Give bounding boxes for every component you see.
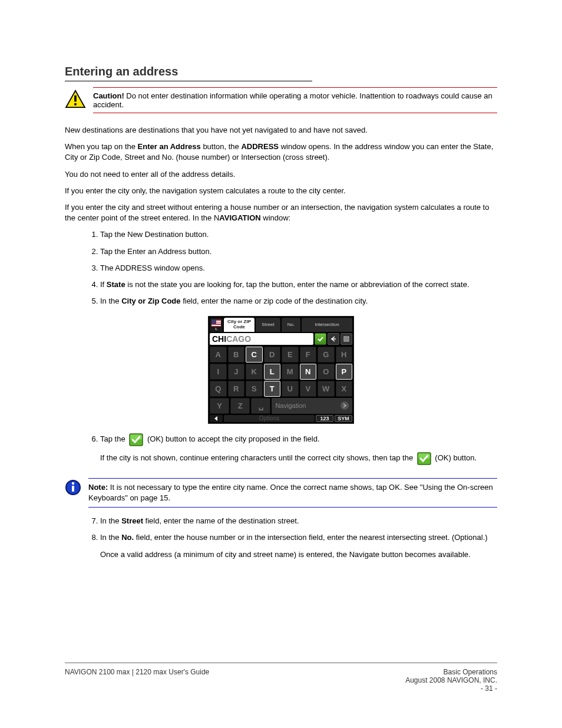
keyboard-grid: ABCDEFGHIJKLMNOPQRSTUVWX [210, 347, 352, 397]
key-N[interactable]: N [300, 364, 317, 380]
list-button[interactable] [340, 333, 352, 345]
step-6: Tap the (OK) button to accept the city p… [100, 433, 497, 446]
section-title: Entering an address [65, 65, 312, 81]
key-U[interactable]: U [282, 381, 299, 397]
key-Q[interactable]: Q [210, 381, 227, 397]
svg-rect-2 [74, 103, 77, 106]
key-P[interactable]: P [336, 364, 353, 380]
caution-body: Do not enter destination information whi… [93, 91, 492, 109]
key-H[interactable]: H [336, 347, 353, 363]
key-C[interactable]: C [246, 347, 263, 363]
key-Z[interactable]: Z [230, 398, 250, 414]
tab-number[interactable]: No. [282, 318, 300, 332]
flag-icon [211, 319, 221, 327]
tab-street[interactable]: Street [256, 318, 280, 332]
back-button[interactable] [210, 415, 223, 422]
key-K[interactable]: K [246, 364, 263, 380]
backspace-button[interactable] [328, 333, 339, 345]
key-R[interactable]: R [228, 381, 245, 397]
note-box: Note: It is not necessary to type the en… [65, 478, 497, 508]
tab-intersection[interactable]: Intersection [302, 318, 352, 332]
tab-city[interactable]: City or ZIP Code [224, 318, 254, 332]
key-F[interactable]: F [300, 347, 317, 363]
key-S[interactable]: S [246, 381, 263, 397]
key-X[interactable]: X [336, 381, 353, 397]
svg-rect-12 [72, 486, 74, 492]
suggest-text: CAGO [226, 334, 251, 344]
caution-text: Caution! Do not enter destination inform… [93, 87, 497, 113]
key-Y[interactable]: Y [210, 398, 229, 414]
footer-right: Basic Operations August 2008 NAVIGON, IN… [405, 668, 497, 693]
steps-list-continued-2: In the Street field, enter the name of t… [100, 516, 497, 543]
step-1: Tap the New Destination button. [100, 229, 497, 240]
key-D[interactable]: D [264, 347, 281, 363]
step-2: Tap the Enter an Address button. [100, 246, 497, 257]
intro-paragraph-1: New destinations are destinations that y… [65, 125, 497, 136]
svg-rect-1 [74, 95, 77, 102]
key-T[interactable]: T [264, 381, 281, 397]
steps-list: Tap the New Destination button. Tap the … [100, 229, 497, 307]
intro-paragraph-2: When you tap on the Enter an Address but… [65, 141, 497, 163]
svg-point-13 [72, 482, 74, 485]
closing-paragraph: Once a valid address (a minimum of city … [100, 549, 497, 560]
caution-lead: Caution! [93, 91, 124, 100]
check-icon [417, 452, 431, 465]
intro-paragraph-3: You do not need to enter all of the addr… [65, 169, 497, 180]
note-text: Note: It is not necessary to type the en… [88, 478, 497, 508]
step-7: In the Street field, enter the name of t… [100, 516, 497, 526]
key-W[interactable]: W [318, 381, 335, 397]
key-B[interactable]: B [228, 347, 245, 363]
options-button[interactable]: Options [224, 415, 315, 422]
key-V[interactable]: V [300, 381, 317, 397]
symbol-button[interactable]: SYM [335, 415, 352, 422]
ok-button[interactable] [315, 333, 326, 345]
step-4: If State is not the state you are lookin… [100, 279, 497, 290]
footer-left: NAVIGON 2100 max | 2120 max User's Guide [65, 668, 209, 693]
step-8: In the No. field, enter the house number… [100, 532, 497, 543]
step-3: The ADDRESS window opens. [100, 263, 497, 274]
typed-text: CHI [212, 334, 226, 344]
check-icon [129, 433, 143, 446]
key-L[interactable]: L [264, 364, 281, 380]
city-input[interactable]: CHICAGO [210, 333, 313, 345]
caution-box: Caution! Do not enter destination inform… [65, 87, 497, 113]
arrow-right-icon [340, 401, 349, 410]
steps-list-continued: Tap the (OK) button to accept the city p… [100, 433, 497, 446]
intro-paragraph-5: If you enter the city and street without… [65, 202, 497, 223]
navigation-label[interactable]: Navigation [272, 398, 352, 414]
step-5: In the City or Zip Code field, enter the… [100, 296, 497, 307]
key-I[interactable]: I [210, 364, 227, 380]
step-6-note: If the city is not shown, continue enter… [100, 452, 497, 465]
key-E[interactable]: E [282, 347, 299, 363]
key-M[interactable]: M [282, 364, 299, 380]
device-screenshot: IL City or ZIP Code Street No. Intersect… [65, 316, 497, 424]
page-footer: NAVIGON 2100 max | 2120 max User's Guide… [65, 663, 497, 693]
state-flag-tab[interactable]: IL [210, 318, 223, 332]
intro-paragraph-4: If you enter the city only, the navigati… [65, 186, 497, 196]
numeric-button[interactable]: 123 [316, 415, 333, 422]
info-icon [65, 479, 81, 496]
key-J[interactable]: J [228, 364, 245, 380]
warning-icon [65, 90, 86, 108]
keyboard-device: IL City or ZIP Code Street No. Intersect… [208, 316, 354, 424]
key-G[interactable]: G [318, 347, 335, 363]
key-A[interactable]: A [210, 347, 227, 363]
key-O[interactable]: O [318, 364, 335, 380]
key-space[interactable]: ␣ [251, 398, 270, 414]
